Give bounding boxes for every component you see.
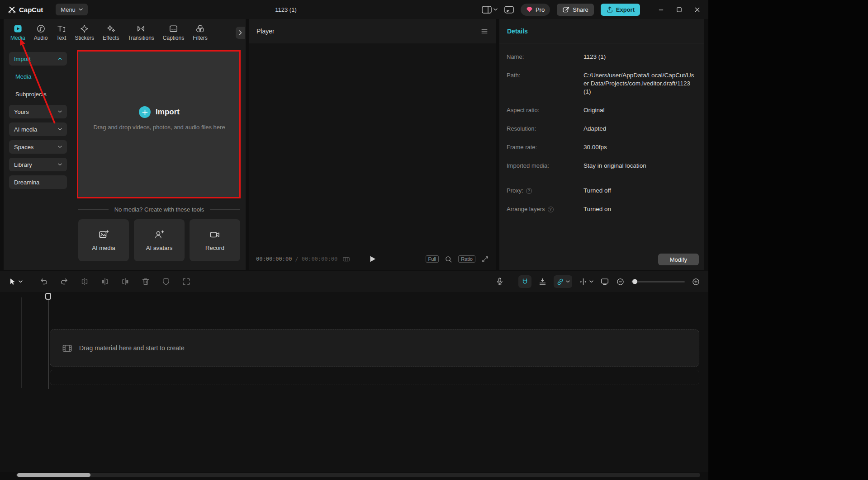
tab-label: Captions	[163, 35, 184, 41]
link-icon	[556, 278, 564, 286]
timeline-scrollbar[interactable]	[16, 473, 700, 477]
sidebar-item-label: Import	[14, 56, 31, 62]
chevron-down-icon	[58, 146, 62, 148]
preview-axis-icon	[579, 278, 588, 286]
chevron-down-icon	[589, 280, 593, 283]
detail-label: Frame rate:	[507, 144, 537, 151]
linking-toggle-button[interactable]	[554, 275, 572, 288]
sidebar-item-import[interactable]: Import	[9, 52, 67, 66]
minimize-button[interactable]	[653, 3, 669, 16]
delete-icon[interactable]	[141, 277, 150, 286]
close-button[interactable]	[689, 3, 705, 16]
auto-snap-icon[interactable]	[538, 278, 547, 286]
audio-icon	[36, 24, 46, 33]
menu-button[interactable]: Menu	[56, 4, 88, 15]
menu-label: Menu	[61, 6, 76, 13]
chevron-down-icon	[19, 280, 23, 283]
tab-transitions[interactable]: Transitions	[128, 24, 154, 41]
workspace-layout-button[interactable]	[504, 6, 514, 14]
split-icon[interactable]	[80, 277, 89, 286]
import-dropzone[interactable]: Import Drag and drop videos, photos, and…	[78, 51, 240, 198]
chevron-down-icon	[58, 110, 62, 113]
tab-text[interactable]: Text	[56, 24, 66, 41]
ratio-button[interactable]: Ratio	[458, 255, 475, 263]
sidebar-item-ai-media[interactable]: AI media	[9, 122, 67, 136]
details-body: Name: 1123 (1) Path: C:/Users/user/AppDa…	[499, 43, 704, 213]
help-icon[interactable]	[526, 188, 532, 194]
media-content: Import Drag and drop videos, photos, and…	[72, 43, 246, 270]
tab-media[interactable]: Media	[10, 24, 25, 41]
magnet-icon	[521, 278, 529, 286]
tab-audio[interactable]: Audio	[34, 24, 48, 41]
tab-stickers[interactable]: Stickers	[75, 24, 94, 41]
playhead-handle[interactable]	[45, 293, 51, 300]
delete-right-icon[interactable]	[121, 277, 130, 286]
sidebar-item-media[interactable]: Media	[9, 70, 67, 83]
sidebar-item-yours[interactable]: Yours	[9, 105, 67, 118]
undo-button[interactable]	[39, 277, 48, 286]
captions-icon	[169, 24, 178, 33]
maximize-button[interactable]	[671, 3, 687, 16]
full-quality-button[interactable]: Full	[426, 255, 439, 263]
tab-label: Transitions	[128, 35, 154, 41]
playhead[interactable]	[45, 293, 51, 300]
player-menu-icon[interactable]	[480, 27, 489, 35]
voiceover-mic-icon[interactable]	[495, 277, 504, 286]
preview-zoom-icon[interactable]	[445, 255, 452, 263]
timeline-scrollbar-handle[interactable]	[17, 473, 90, 477]
timeline-toolbar-right	[495, 275, 700, 288]
film-strip-icon	[62, 343, 72, 353]
crop-frame-icon[interactable]	[182, 277, 191, 286]
preview-axis-button[interactable]	[579, 278, 593, 286]
timeline-zoom-slider[interactable]	[631, 281, 685, 282]
frame-grid-icon[interactable]	[342, 256, 350, 263]
sidebar-item-dreamina[interactable]: Dreamina	[9, 175, 67, 189]
media-body: Import Media Subprojects Yours	[4, 43, 246, 270]
select-tool-button[interactable]	[8, 278, 23, 286]
detail-label: Imported media:	[507, 162, 549, 169]
tabs-scroll-right-button[interactable]	[236, 27, 245, 39]
magnetic-toggle-button[interactable]	[518, 275, 531, 288]
share-button[interactable]: Share	[557, 4, 594, 16]
ai-media-icon	[98, 229, 109, 240]
project-title: 1123 (1)	[275, 0, 296, 19]
timeline-dropzone[interactable]: Drag material here and start to create	[50, 329, 699, 367]
capcut-logo-icon	[8, 6, 16, 14]
ai-avatars-button[interactable]: AI avatars	[134, 219, 185, 261]
share-label: Share	[573, 6, 588, 13]
redo-button[interactable]	[60, 277, 69, 286]
sidebar-item-subprojects[interactable]: Subprojects	[9, 87, 67, 101]
tab-effects[interactable]: Effects	[103, 24, 119, 41]
delete-left-icon[interactable]	[100, 277, 109, 286]
zoom-out-icon[interactable]	[616, 278, 625, 286]
preview-display-icon[interactable]	[600, 277, 609, 286]
export-label: Export	[616, 6, 635, 13]
record-button[interactable]: Record	[190, 219, 240, 261]
layout-toggle-button[interactable]	[482, 6, 498, 14]
help-icon[interactable]	[548, 207, 554, 212]
sidebar-item-label: Media	[15, 73, 31, 80]
details-footer: Modify	[499, 249, 704, 270]
sidebar-item-label: Subprojects	[15, 91, 47, 98]
app-logo: CapCut	[8, 6, 43, 14]
pro-button[interactable]: Pro	[521, 4, 550, 16]
fullscreen-icon[interactable]	[481, 255, 489, 263]
modify-button[interactable]: Modify	[658, 254, 699, 265]
player-title: Player	[256, 28, 275, 35]
detail-label: Proxy:	[507, 187, 523, 194]
media-panel: Media Audio Text Stickers	[4, 19, 246, 270]
tab-captions[interactable]: Captions	[163, 24, 184, 41]
play-button[interactable]	[369, 255, 376, 263]
tab-filters[interactable]: Filters	[193, 24, 208, 41]
detail-value: Turned off	[583, 187, 697, 195]
sidebar-item-spaces[interactable]: Spaces	[9, 140, 67, 154]
chevron-down-icon	[566, 280, 570, 283]
zoom-in-icon[interactable]	[692, 278, 700, 286]
sidebar-item-label: Spaces	[14, 144, 33, 151]
export-button[interactable]: Export	[601, 4, 640, 16]
mask-icon[interactable]	[161, 277, 171, 286]
ai-media-button[interactable]: AI media	[78, 219, 129, 261]
media-tabs: Media Audio Text Stickers	[4, 19, 246, 43]
sidebar-item-library[interactable]: Library	[9, 158, 67, 171]
zoom-slider-handle[interactable]	[632, 279, 637, 284]
